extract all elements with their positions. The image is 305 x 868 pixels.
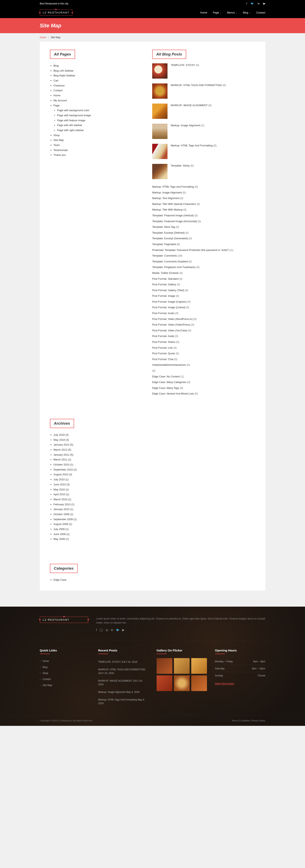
post-item[interactable]: Markup: Text Alignment (0) [152,195,255,201]
page-link[interactable]: My account [54,99,67,102]
recent-post-item[interactable]: Markup: HTML Tags And Formatting May 4, … [98,696,148,707]
archive-link[interactable]: July 2018 [54,433,65,436]
gallery-thumb[interactable] [191,658,207,674]
post-item[interactable]: Post Format: Video (YouTube) (0) [152,328,255,334]
post-item[interactable]: Post Format: Status (0) [152,339,255,345]
page-link[interactable]: Home [54,94,61,97]
recent-post-item[interactable]: MARKUP: HTML TAGS AND FORMATTING July 24… [98,666,148,677]
twitter-icon[interactable]: 🐦 [116,628,119,632]
post-title[interactable]: MARKUP: HTML TAGS AND FORMATTING (0) [171,84,226,87]
youtube-icon[interactable]: ▶ [122,628,124,632]
post-item[interactable]: Post Format: Gallery (0) [152,282,255,287]
post-item[interactable]: Post Format: Standard (0) [152,276,255,282]
post-title[interactable]: Markup: Image Alignment (1) [171,124,204,127]
page-link[interactable]: Team [54,144,60,147]
gallery-thumb[interactable] [157,675,172,691]
archive-link[interactable]: October 2010 [54,463,70,466]
page-link[interactable]: Shop [54,134,60,137]
logo[interactable]: LZ Restaurant [40,9,73,16]
archive-link[interactable]: July 2009 [54,528,65,531]
gallery-thumb[interactable] [174,675,190,691]
post-item[interactable]: Post Format: Aside (0) [152,333,255,339]
post-item[interactable]: Post Format: Video (WordPress.tv) (0) [152,316,255,322]
breadcrumb-home[interactable]: Home [40,36,46,39]
post-title[interactable]: Template: Sticky (0) [171,164,194,167]
post-item[interactable]: Post Format: Link (0) [152,345,255,351]
post-thumb[interactable] [152,144,167,159]
post-item[interactable]: Edge Case: Many Categories (0) [152,379,255,385]
post-item[interactable]: Edge Case: No Content (1) [152,374,255,380]
archive-link[interactable]: May 2010 [54,488,65,491]
post-item[interactable]: Template: Pingbacks And Trackbacks (5) [152,265,255,270]
page-link[interactable]: Blog Right Sidebar [54,74,75,77]
nav-contact[interactable]: Contact [256,11,265,14]
page-link[interactable]: Page with background color [57,109,89,112]
archive-link[interactable]: February 2010 [54,503,71,506]
post-item[interactable]: Template: Featured Image (Vertical) (0) [152,213,255,219]
post-item[interactable]: Template: Excerpt (Defined) (0) [152,230,255,236]
archive-link[interactable]: March 2010 [54,498,67,501]
archive-link[interactable]: January 2013 [54,443,70,446]
archive-link[interactable]: October 2009 [54,513,70,516]
archive-link[interactable]: June 2009 [54,533,66,536]
youtube-icon[interactable]: ▶ [263,2,265,5]
post-thumb[interactable] [152,164,167,179]
post-item[interactable]: Antidisestablishmentarianism (0) [152,362,255,368]
linkedin-icon[interactable]: in [257,2,259,5]
page-link[interactable]: Contact [54,89,63,92]
post-item[interactable]: Edge Case: Nested And Mixed Lists (0) [152,391,255,397]
facebook-icon[interactable]: f [246,2,247,5]
quick-link-item[interactable]: Shop [40,670,90,676]
privacy-link[interactable]: Privacy Policy [251,719,265,722]
post-item[interactable]: Template: Comments (19) [152,253,255,259]
post-item[interactable]: Edge Case: Many Tags (0) [152,385,255,391]
post-title[interactable]: MARKUP: IMAGE ALIGNMENT (0) [171,103,212,107]
footer-logo[interactable]: LZ Restaurant [40,617,88,623]
post-item[interactable]: Markup: Title With Special Characters (0… [152,201,255,207]
page-link[interactable]: Blog Left Sidebar [54,69,74,72]
post-thumb[interactable] [152,124,167,139]
post-item[interactable]: Template: More Tag (0) [152,224,255,230]
nav-blog[interactable]: Blog⌄ [243,11,251,14]
quick-link-item[interactable]: Site Map [40,682,90,688]
page-link[interactable]: Cart [54,79,59,82]
post-item[interactable]: Media: Twitter Embeds (0) [152,270,255,276]
post-item[interactable]: Template: Excerpt (Generated) (0) [152,236,255,242]
archive-link[interactable]: September 2009 [54,518,73,521]
post-title[interactable]: TEMPLATE: STICKY (0) [171,63,199,67]
nav-home[interactable]: Home [200,11,207,14]
post-item[interactable]: Markup: Image Alignment (0) [152,190,255,196]
archive-link[interactable]: May 2018 [54,438,65,441]
archive-link[interactable]: August 2010 [54,473,68,476]
post-item[interactable]: Post Format: Quote (0) [152,351,255,356]
post-item[interactable]: Markup: Title With Markup (0) [152,207,255,213]
post-item[interactable]: Post Format: Image (Caption) (0) [152,299,255,305]
archive-link[interactable]: January 2012 [54,453,70,456]
page-link[interactable]: Blog [54,64,59,67]
reservation-link[interactable]: Make Reservation [215,682,234,685]
post-item[interactable]: Template: Comments Disabled (0) [152,259,255,265]
archive-link[interactable]: September 2010 [54,468,73,471]
archive-link[interactable]: August 2009 [54,523,68,526]
gallery-thumb[interactable] [191,675,207,691]
nav-page[interactable]: Page⌄ [213,11,221,14]
post-item[interactable]: Post Format: Audio (0) [152,310,255,316]
gallery-thumb[interactable] [174,658,190,674]
pinterest-icon[interactable]: ◯ [100,628,103,632]
page-link[interactable]: Thank you [54,153,66,156]
terms-link[interactable]: Terms & Condition [231,719,250,722]
quick-link-item[interactable]: Contact [40,676,90,682]
instagram-icon[interactable]: ◎ [106,628,108,632]
page-link[interactable]: Page [54,104,60,107]
archive-link[interactable]: March 2012 [54,448,67,451]
page-link[interactable]: Page with right sidebar [57,129,84,132]
page-link[interactable]: Testimonials [54,149,68,152]
post-thumb[interactable] [152,103,167,119]
page-link[interactable]: Site Map [54,138,64,142]
page-link[interactable]: Page with left sidebar [57,124,82,127]
page-link[interactable]: Checkout [54,84,65,87]
nav-menus[interactable]: Menus⌄ [227,11,238,14]
recent-post-item[interactable]: MARKUP: IMAGE ALIGNMENT July 24, 2018 [98,677,148,688]
archive-link[interactable]: June 2010 [54,483,66,486]
gallery-thumb[interactable] [157,658,172,674]
